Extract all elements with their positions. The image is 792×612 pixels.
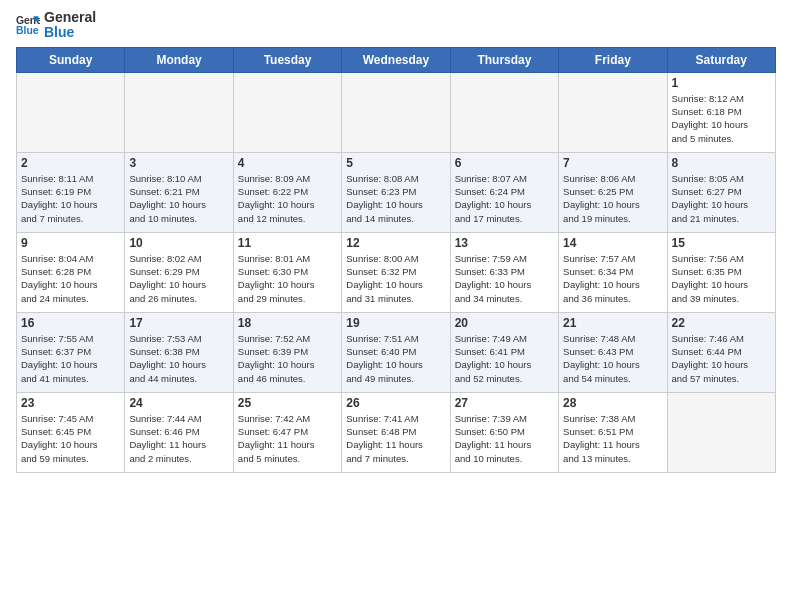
col-friday: Friday (559, 47, 667, 72)
day-info: Sunrise: 8:08 AM Sunset: 6:23 PM Dayligh… (346, 172, 445, 225)
day-info: Sunrise: 7:56 AM Sunset: 6:35 PM Dayligh… (672, 252, 771, 305)
day-number: 20 (455, 316, 554, 330)
calendar-cell: 5Sunrise: 8:08 AM Sunset: 6:23 PM Daylig… (342, 152, 450, 232)
calendar-cell: 12Sunrise: 8:00 AM Sunset: 6:32 PM Dayli… (342, 232, 450, 312)
col-monday: Monday (125, 47, 233, 72)
calendar-week-2: 9Sunrise: 8:04 AM Sunset: 6:28 PM Daylig… (17, 232, 776, 312)
day-number: 25 (238, 396, 337, 410)
day-info: Sunrise: 7:39 AM Sunset: 6:50 PM Dayligh… (455, 412, 554, 465)
calendar-cell: 27Sunrise: 7:39 AM Sunset: 6:50 PM Dayli… (450, 392, 558, 472)
calendar-week-0: 1Sunrise: 8:12 AM Sunset: 6:18 PM Daylig… (17, 72, 776, 152)
day-number: 5 (346, 156, 445, 170)
calendar-table: Sunday Monday Tuesday Wednesday Thursday… (16, 47, 776, 473)
day-number: 10 (129, 236, 228, 250)
day-info: Sunrise: 7:41 AM Sunset: 6:48 PM Dayligh… (346, 412, 445, 465)
calendar-cell: 21Sunrise: 7:48 AM Sunset: 6:43 PM Dayli… (559, 312, 667, 392)
calendar-cell: 8Sunrise: 8:05 AM Sunset: 6:27 PM Daylig… (667, 152, 775, 232)
day-number: 15 (672, 236, 771, 250)
calendar-cell: 4Sunrise: 8:09 AM Sunset: 6:22 PM Daylig… (233, 152, 341, 232)
day-info: Sunrise: 7:48 AM Sunset: 6:43 PM Dayligh… (563, 332, 662, 385)
calendar-cell: 25Sunrise: 7:42 AM Sunset: 6:47 PM Dayli… (233, 392, 341, 472)
day-info: Sunrise: 7:55 AM Sunset: 6:37 PM Dayligh… (21, 332, 120, 385)
calendar-cell: 19Sunrise: 7:51 AM Sunset: 6:40 PM Dayli… (342, 312, 450, 392)
day-number: 3 (129, 156, 228, 170)
day-info: Sunrise: 8:11 AM Sunset: 6:19 PM Dayligh… (21, 172, 120, 225)
calendar-cell: 13Sunrise: 7:59 AM Sunset: 6:33 PM Dayli… (450, 232, 558, 312)
day-info: Sunrise: 8:06 AM Sunset: 6:25 PM Dayligh… (563, 172, 662, 225)
day-info: Sunrise: 8:04 AM Sunset: 6:28 PM Dayligh… (21, 252, 120, 305)
calendar-cell (559, 72, 667, 152)
calendar-week-1: 2Sunrise: 8:11 AM Sunset: 6:19 PM Daylig… (17, 152, 776, 232)
day-number: 17 (129, 316, 228, 330)
calendar-cell: 17Sunrise: 7:53 AM Sunset: 6:38 PM Dayli… (125, 312, 233, 392)
day-info: Sunrise: 7:57 AM Sunset: 6:34 PM Dayligh… (563, 252, 662, 305)
day-number: 2 (21, 156, 120, 170)
day-info: Sunrise: 7:53 AM Sunset: 6:38 PM Dayligh… (129, 332, 228, 385)
day-number: 22 (672, 316, 771, 330)
calendar-cell: 1Sunrise: 8:12 AM Sunset: 6:18 PM Daylig… (667, 72, 775, 152)
calendar-cell: 24Sunrise: 7:44 AM Sunset: 6:46 PM Dayli… (125, 392, 233, 472)
day-info: Sunrise: 7:49 AM Sunset: 6:41 PM Dayligh… (455, 332, 554, 385)
calendar-week-4: 23Sunrise: 7:45 AM Sunset: 6:45 PM Dayli… (17, 392, 776, 472)
calendar-cell: 28Sunrise: 7:38 AM Sunset: 6:51 PM Dayli… (559, 392, 667, 472)
col-thursday: Thursday (450, 47, 558, 72)
calendar-cell (17, 72, 125, 152)
calendar-cell: 10Sunrise: 8:02 AM Sunset: 6:29 PM Dayli… (125, 232, 233, 312)
day-number: 12 (346, 236, 445, 250)
logo-icon: General Blue (16, 13, 40, 37)
logo-line1: General (44, 10, 96, 25)
col-wednesday: Wednesday (342, 47, 450, 72)
header-row: Sunday Monday Tuesday Wednesday Thursday… (17, 47, 776, 72)
day-info: Sunrise: 7:38 AM Sunset: 6:51 PM Dayligh… (563, 412, 662, 465)
day-number: 28 (563, 396, 662, 410)
day-number: 9 (21, 236, 120, 250)
day-number: 14 (563, 236, 662, 250)
calendar-cell: 18Sunrise: 7:52 AM Sunset: 6:39 PM Dayli… (233, 312, 341, 392)
calendar-week-3: 16Sunrise: 7:55 AM Sunset: 6:37 PM Dayli… (17, 312, 776, 392)
day-info: Sunrise: 8:12 AM Sunset: 6:18 PM Dayligh… (672, 92, 771, 145)
calendar-cell: 9Sunrise: 8:04 AM Sunset: 6:28 PM Daylig… (17, 232, 125, 312)
day-info: Sunrise: 7:59 AM Sunset: 6:33 PM Dayligh… (455, 252, 554, 305)
day-info: Sunrise: 8:02 AM Sunset: 6:29 PM Dayligh… (129, 252, 228, 305)
day-info: Sunrise: 7:42 AM Sunset: 6:47 PM Dayligh… (238, 412, 337, 465)
day-number: 8 (672, 156, 771, 170)
day-info: Sunrise: 8:05 AM Sunset: 6:27 PM Dayligh… (672, 172, 771, 225)
calendar-cell: 6Sunrise: 8:07 AM Sunset: 6:24 PM Daylig… (450, 152, 558, 232)
calendar-cell: 16Sunrise: 7:55 AM Sunset: 6:37 PM Dayli… (17, 312, 125, 392)
calendar-cell: 20Sunrise: 7:49 AM Sunset: 6:41 PM Dayli… (450, 312, 558, 392)
day-info: Sunrise: 8:09 AM Sunset: 6:22 PM Dayligh… (238, 172, 337, 225)
calendar-cell (125, 72, 233, 152)
day-info: Sunrise: 8:10 AM Sunset: 6:21 PM Dayligh… (129, 172, 228, 225)
day-number: 18 (238, 316, 337, 330)
calendar-cell: 7Sunrise: 8:06 AM Sunset: 6:25 PM Daylig… (559, 152, 667, 232)
day-info: Sunrise: 7:45 AM Sunset: 6:45 PM Dayligh… (21, 412, 120, 465)
calendar-cell: 14Sunrise: 7:57 AM Sunset: 6:34 PM Dayli… (559, 232, 667, 312)
day-number: 27 (455, 396, 554, 410)
day-info: Sunrise: 7:52 AM Sunset: 6:39 PM Dayligh… (238, 332, 337, 385)
day-info: Sunrise: 8:00 AM Sunset: 6:32 PM Dayligh… (346, 252, 445, 305)
logo: General Blue General Blue (16, 10, 96, 41)
day-number: 24 (129, 396, 228, 410)
day-number: 1 (672, 76, 771, 90)
day-number: 11 (238, 236, 337, 250)
calendar-cell: 22Sunrise: 7:46 AM Sunset: 6:44 PM Dayli… (667, 312, 775, 392)
calendar-cell: 2Sunrise: 8:11 AM Sunset: 6:19 PM Daylig… (17, 152, 125, 232)
calendar-cell (342, 72, 450, 152)
page-container: General Blue General Blue Sunday Monday … (0, 0, 792, 481)
day-info: Sunrise: 7:51 AM Sunset: 6:40 PM Dayligh… (346, 332, 445, 385)
calendar-cell: 3Sunrise: 8:10 AM Sunset: 6:21 PM Daylig… (125, 152, 233, 232)
day-number: 7 (563, 156, 662, 170)
col-tuesday: Tuesday (233, 47, 341, 72)
header: General Blue General Blue (16, 10, 776, 41)
day-number: 26 (346, 396, 445, 410)
calendar-cell (667, 392, 775, 472)
day-number: 13 (455, 236, 554, 250)
calendar-cell: 26Sunrise: 7:41 AM Sunset: 6:48 PM Dayli… (342, 392, 450, 472)
calendar-cell: 15Sunrise: 7:56 AM Sunset: 6:35 PM Dayli… (667, 232, 775, 312)
day-number: 6 (455, 156, 554, 170)
calendar-cell (233, 72, 341, 152)
day-number: 4 (238, 156, 337, 170)
calendar-cell: 23Sunrise: 7:45 AM Sunset: 6:45 PM Dayli… (17, 392, 125, 472)
day-info: Sunrise: 8:07 AM Sunset: 6:24 PM Dayligh… (455, 172, 554, 225)
col-sunday: Sunday (17, 47, 125, 72)
